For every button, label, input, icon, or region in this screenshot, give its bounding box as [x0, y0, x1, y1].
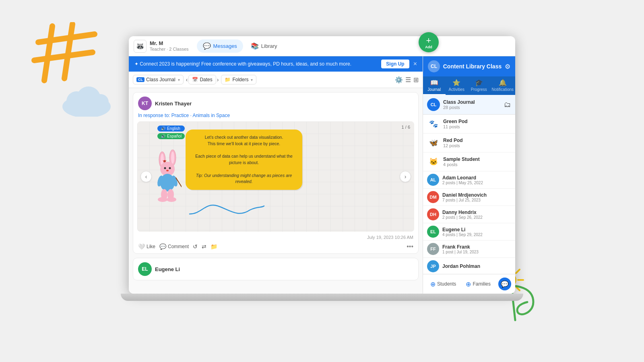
date-prev-button[interactable]: ‹: [186, 76, 188, 83]
list-item[interactable]: FF Frank Frank 1 post | Jul 19, 2023: [423, 241, 515, 258]
spanish-audio-button[interactable]: 🔊 Español: [157, 133, 185, 139]
notifications-tab-icon: 🔔: [499, 79, 507, 86]
more-options-button[interactable]: •••: [407, 243, 413, 250]
tab-library-label: Library: [261, 43, 277, 49]
student-meta: 7 posts | Jul 25, 2023: [442, 198, 511, 202]
tab-messages[interactable]: 💬 Messages: [197, 39, 243, 53]
folder-icon: 🗂: [504, 101, 511, 109]
notifications-tab-label: Notifications: [492, 87, 514, 92]
journal-count: 28 posts: [443, 105, 501, 110]
banner-close-button[interactable]: ×: [413, 60, 417, 68]
chat-button[interactable]: 💬: [498, 278, 511, 290]
post-card-mini: EL Eugene Li: [133, 258, 419, 280]
pod-name: Sample Student: [443, 156, 511, 162]
post-timestamp: July 19, 2023 10:26 AM: [138, 235, 413, 240]
list-item[interactable]: EL Eugene Li 4 posts | Sep 29, 2022: [423, 223, 515, 241]
class-journal-section[interactable]: CL Class Journal 28 posts 🗂: [423, 95, 515, 115]
sidebar-footer: ⊕ Students ⊕ Families 💬: [423, 274, 515, 294]
audio-icon: 🔊: [161, 126, 165, 131]
view-controls: ⚙️ ☰ ⊞: [395, 76, 419, 84]
list-item[interactable]: DM Daniel Mrdjenovich 7 posts | Jul 25, …: [423, 189, 515, 206]
pod-meta: 4 posts: [443, 162, 511, 167]
like-button[interactable]: 🤍 Like: [138, 243, 155, 250]
settings-icon[interactable]: ⚙: [505, 63, 510, 70]
folders-filter-select[interactable]: 📁 Folders ▾: [221, 75, 256, 84]
add-students-icon: ⊕: [430, 280, 436, 288]
app-container: 🦝 Mr. M Teacher · 2 Classes 💬 Messages 📚: [129, 36, 515, 294]
bubble-line-4: Tip: Our understanding might change as p…: [191, 173, 297, 185]
post-user-name: Eugene Li: [155, 266, 180, 272]
list-item[interactable]: JP Jordan Pohlman: [423, 258, 515, 274]
student-name: Daniel Mrdjenovich: [442, 192, 511, 198]
sidebar-content: CL Class Journal 28 posts 🗂 🐾 Green P: [423, 95, 515, 274]
translate-button[interactable]: ↺: [193, 243, 198, 250]
pod-row[interactable]: 🐾 Green Pod 11 posts: [423, 115, 515, 134]
add-students-button[interactable]: ⊕ Students: [427, 279, 459, 290]
comment-button[interactable]: 💬 Comment: [159, 243, 189, 250]
cl-badge: CL: [428, 60, 440, 72]
center-panel: ✦ Connect 2023 is happening! Free confer…: [129, 56, 423, 294]
journal-filter-label: Class Journal: [146, 77, 175, 82]
folder-button[interactable]: 📁: [211, 243, 217, 250]
svg-line-1: [34, 52, 93, 60]
slide-content: Let's check out another data visualizati…: [153, 130, 398, 224]
slide-area: 1 / 6 ‹ › 🔊 English: [137, 121, 414, 232]
wave-graph: [186, 198, 266, 224]
slide-next-button[interactable]: ›: [400, 171, 411, 182]
tab-journal[interactable]: 📖 Journal: [423, 76, 446, 95]
translate-icon: ↺: [193, 243, 198, 250]
student-info: Adam Leonard 2 posts | May 25, 2022: [442, 175, 511, 185]
english-audio-button[interactable]: 🔊 English: [157, 125, 185, 132]
journal-avatar: CL: [427, 98, 440, 111]
student-info: Frank Frank 1 post | Jul 19, 2023: [442, 244, 511, 254]
speech-bubble: Let's check out another data visualizati…: [186, 130, 302, 190]
post-header: KT Kristen Thayer: [133, 93, 418, 113]
slide-prev-button[interactable]: ‹: [140, 171, 152, 182]
student-info: Eugene Li 4 posts | Sep 29, 2022: [442, 227, 511, 237]
messages-icon: 💬: [203, 42, 211, 50]
folders-label: Folders: [232, 77, 248, 82]
teacher-avatar-emoji: 🦝: [136, 42, 144, 51]
speech-bubble-area: Let's check out another data visualizati…: [182, 130, 398, 224]
filter-bar: CL Class Journal ▾ ‹ 📅 Dates ›: [129, 72, 423, 88]
pod-name: Red Pod: [443, 138, 511, 143]
sidebar-tabs: 📖 Journal ⭐ Activities 🎓 Progress 🔔: [423, 76, 515, 95]
svg-point-26: [166, 170, 169, 171]
pod-row[interactable]: 🦋 Red Pod 12 posts: [423, 134, 515, 152]
filter-options-button[interactable]: ⚙️: [395, 76, 403, 84]
teacher-name: Mr. M: [150, 40, 189, 47]
top-nav: 🦝 Mr. M Teacher · 2 Classes 💬 Messages 📚: [129, 36, 515, 56]
folders-icon: 📁: [225, 77, 231, 82]
pod-row[interactable]: 🐱 Sample Student 4 posts: [423, 152, 515, 171]
add-families-button[interactable]: ⊕ Families: [462, 279, 494, 290]
activities-tab-label: Activities: [449, 87, 464, 92]
tab-notifications[interactable]: 🔔 Notifications: [490, 76, 515, 95]
student-meta: 2 posts | Sep 26, 2022: [442, 215, 511, 220]
student-avatar: JP: [427, 260, 439, 272]
share-button[interactable]: ⇄: [202, 243, 206, 250]
student-meta: 2 posts | May 25, 2022: [442, 181, 511, 185]
progress-tab-icon: 🎓: [475, 79, 483, 86]
cloud-decoration: [60, 84, 113, 118]
grid-view-button[interactable]: ⊞: [413, 76, 419, 84]
announcement-banner: ✦ Connect 2023 is happening! Free confer…: [129, 56, 423, 72]
sign-up-button[interactable]: Sign Up: [381, 60, 409, 68]
add-fab-button[interactable]: + Add: [419, 32, 439, 52]
student-meta: 4 posts | Sep 29, 2022: [442, 232, 511, 237]
post-actions: 🤍 Like 💬 Comment ↺: [138, 241, 413, 250]
tab-progress[interactable]: 🎓 Progress: [468, 76, 490, 95]
avatar: KT: [138, 97, 152, 110]
date-next-button[interactable]: ›: [217, 76, 219, 83]
dates-filter-select[interactable]: 📅 Dates: [188, 75, 216, 84]
pod-info: Sample Student 4 posts: [443, 156, 511, 167]
student-avatar: DM: [427, 191, 439, 203]
journal-filter-select[interactable]: CL Class Journal ▾: [133, 75, 184, 84]
list-item[interactable]: DH Danny Hendrix 2 posts | Sep 26, 2022: [423, 206, 515, 223]
teacher-text-block: Mr. M Teacher · 2 Classes: [150, 40, 189, 52]
list-item[interactable]: AL Adam Leonard 2 posts | May 25, 2022: [423, 171, 515, 189]
tab-library[interactable]: 📚 Library: [245, 39, 283, 53]
pod-info: Green Pod 11 posts: [443, 119, 511, 129]
tab-activities[interactable]: ⭐ Activities: [446, 76, 468, 95]
list-view-button[interactable]: ☰: [405, 76, 411, 84]
svg-point-33: [158, 197, 167, 202]
